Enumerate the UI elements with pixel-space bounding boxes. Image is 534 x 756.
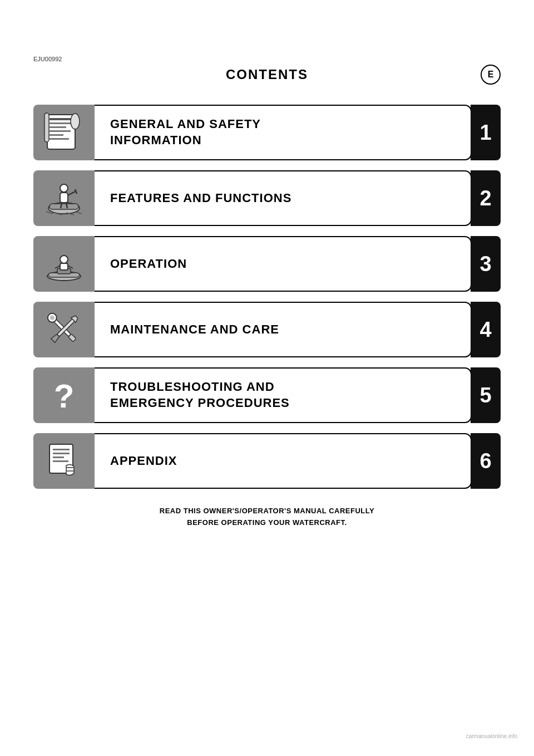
toc-number-4: 4 <box>479 318 491 342</box>
toc-number-box-1: 1 <box>471 105 501 160</box>
svg-rect-8 <box>44 113 49 142</box>
toc-label-wrapper-5: TROUBLESHOOTING ANDEMERGENCY PROCEDURES … <box>95 367 501 423</box>
toc-label-box-6: APPENDIX <box>95 433 472 489</box>
toc-label-text-2: FEATURES AND FUNCTIONS <box>110 190 291 207</box>
svg-point-11 <box>60 184 68 192</box>
toc-icon-3 <box>33 236 95 292</box>
svg-point-24 <box>60 256 68 263</box>
svg-rect-2 <box>50 122 73 124</box>
toc-label-wrapper-2: FEATURES AND FUNCTIONS 2 <box>95 170 501 226</box>
toc-label-wrapper-1: GENERAL AND SAFETYINFORMATION 1 <box>95 105 501 160</box>
watermark: carmanualonline.info <box>466 733 517 739</box>
toc-item-2[interactable]: FEATURES AND FUNCTIONS 2 <box>33 170 501 226</box>
toc-number-5: 5 <box>479 384 491 408</box>
svg-text:?: ? <box>54 377 75 415</box>
svg-rect-10 <box>50 204 78 209</box>
toc-label-box-4: MAINTENANCE AND CARE <box>95 302 472 357</box>
toc-item-3[interactable]: OPERATION 3 <box>33 236 501 292</box>
toc-icon-4 <box>33 302 95 357</box>
header-row: EJU00992 CONTENTS E <box>33 67 501 82</box>
toc-icon-1 <box>33 105 95 160</box>
toc-number-box-6: 6 <box>471 433 501 489</box>
toc-label-text-1: GENERAL AND SAFETYINFORMATION <box>110 116 261 148</box>
svg-point-7 <box>71 114 80 129</box>
toc-number-box-2: 2 <box>471 170 501 226</box>
page-container: EJU00992 CONTENTS E <box>0 0 534 756</box>
toc-label-text-3: OPERATION <box>110 256 187 272</box>
toc-item-6[interactable]: APPENDIX 6 <box>33 433 501 489</box>
toc-number-6: 6 <box>479 449 491 473</box>
svg-rect-25 <box>60 263 68 270</box>
svg-rect-4 <box>50 130 71 132</box>
toc-number-2: 2 <box>479 186 491 210</box>
footer-line2: BEFORE OPERATING YOUR WATERCRAFT. <box>160 517 374 529</box>
toc-item-5[interactable]: ? TROUBLESHOOTING ANDEMERGENCY PROCEDURE… <box>33 367 501 423</box>
svg-rect-40 <box>53 460 68 462</box>
toc-items: GENERAL AND SAFETYINFORMATION 1 <box>33 105 501 489</box>
svg-rect-3 <box>50 126 66 128</box>
toc-label-box-1: GENERAL AND SAFETYINFORMATION <box>95 105 472 160</box>
svg-line-13 <box>68 192 75 195</box>
toc-label-text-4: MAINTENANCE AND CARE <box>110 322 279 338</box>
svg-rect-38 <box>53 453 70 454</box>
svg-line-20 <box>75 212 82 214</box>
svg-rect-1 <box>50 118 73 120</box>
toc-label-box-2: FEATURES AND FUNCTIONS <box>95 170 472 226</box>
svg-rect-37 <box>53 449 70 450</box>
svg-rect-6 <box>50 138 69 140</box>
footer-line1: READ THIS OWNER'S/OPERATOR'S MANUAL CARE… <box>160 505 374 517</box>
svg-line-14 <box>75 189 77 194</box>
toc-label-wrapper-4: MAINTENANCE AND CARE 4 <box>95 302 501 357</box>
toc-icon-5: ? <box>33 367 95 423</box>
toc-item-4[interactable]: MAINTENANCE AND CARE 4 <box>33 302 501 357</box>
toc-label-text-6: APPENDIX <box>110 453 177 469</box>
toc-label-box-3: OPERATION <box>95 236 472 292</box>
svg-rect-12 <box>60 193 68 203</box>
toc-number-box-3: 3 <box>471 236 501 292</box>
toc-label-text-5: TROUBLESHOOTING ANDEMERGENCY PROCEDURES <box>110 379 290 411</box>
page-title: CONTENTS <box>226 67 308 82</box>
toc-label-box-5: TROUBLESHOOTING ANDEMERGENCY PROCEDURES <box>95 367 472 423</box>
toc-icon-2 <box>33 170 95 226</box>
lang-badge: E <box>481 65 501 85</box>
toc-number-3: 3 <box>479 252 491 276</box>
toc-label-wrapper-6: APPENDIX 6 <box>95 433 501 489</box>
svg-rect-39 <box>53 456 64 458</box>
doc-id: EJU00992 <box>33 56 62 62</box>
footer-text: READ THIS OWNER'S/OPERATOR'S MANUAL CARE… <box>160 505 374 529</box>
toc-item-1[interactable]: GENERAL AND SAFETYINFORMATION 1 <box>33 105 501 160</box>
svg-rect-5 <box>50 134 63 136</box>
toc-number-box-5: 5 <box>471 367 501 423</box>
toc-number-1: 1 <box>479 121 491 145</box>
toc-icon-6 <box>33 433 95 489</box>
toc-label-wrapper-3: OPERATION 3 <box>95 236 501 292</box>
toc-number-box-4: 4 <box>471 302 501 357</box>
